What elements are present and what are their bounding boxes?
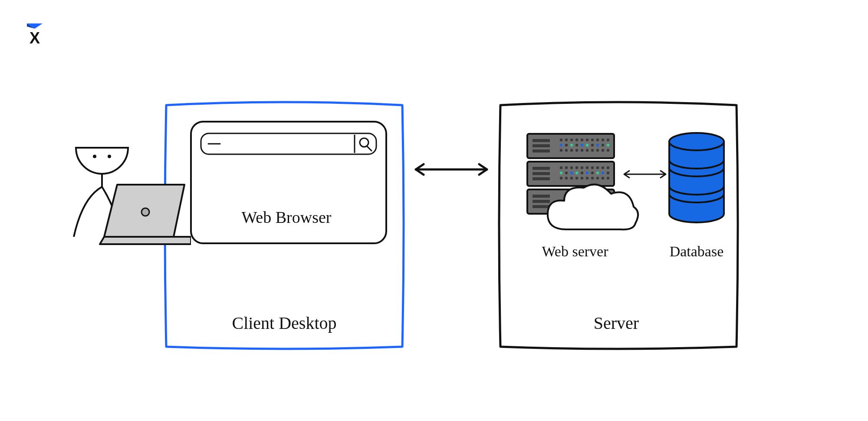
svg-point-7 <box>93 155 96 158</box>
svg-point-34 <box>607 144 609 146</box>
diagram-canvas: X Web Browser <box>0 0 868 421</box>
svg-point-23 <box>602 139 604 141</box>
svg-point-84 <box>669 133 724 150</box>
svg-point-44 <box>607 149 609 152</box>
svg-rect-46 <box>533 167 550 170</box>
svg-point-62 <box>575 172 578 174</box>
svg-point-43 <box>602 149 604 152</box>
client-server-arrow-icon <box>408 161 495 178</box>
svg-point-41 <box>591 149 594 152</box>
svg-point-71 <box>570 177 573 179</box>
svg-point-32 <box>596 144 599 146</box>
svg-point-29 <box>581 144 583 146</box>
svg-point-24 <box>607 139 609 141</box>
svg-rect-14 <box>533 149 550 152</box>
svg-point-39 <box>581 149 583 152</box>
svg-point-9 <box>141 208 149 216</box>
svg-point-68 <box>607 172 609 174</box>
svg-point-36 <box>565 149 568 152</box>
svg-point-60 <box>565 172 568 174</box>
svg-point-8 <box>108 155 111 158</box>
svg-rect-48 <box>533 177 550 180</box>
svg-point-35 <box>560 149 562 152</box>
svg-point-49 <box>560 166 562 169</box>
svg-rect-13 <box>533 144 550 147</box>
svg-point-67 <box>602 172 604 174</box>
client-box-label: Client Desktop <box>197 313 371 333</box>
svg-point-54 <box>586 166 589 169</box>
svg-point-20 <box>586 139 589 141</box>
svg-point-27 <box>570 144 573 146</box>
svg-point-37 <box>570 149 573 152</box>
svg-point-63 <box>581 172 583 174</box>
svg-text:X: X <box>30 29 40 47</box>
svg-point-52 <box>575 166 578 169</box>
svg-rect-2 <box>201 133 376 154</box>
svg-rect-12 <box>533 139 550 142</box>
svg-point-58 <box>607 166 609 169</box>
svg-point-38 <box>575 149 578 152</box>
user-laptop-icon <box>61 135 191 256</box>
svg-point-57 <box>602 166 604 169</box>
svg-point-51 <box>570 166 573 169</box>
webserver-label: Web server <box>527 243 623 260</box>
svg-point-21 <box>591 139 594 141</box>
database-icon <box>664 130 729 226</box>
browser-label: Web Browser <box>221 208 352 227</box>
svg-point-78 <box>607 177 609 179</box>
svg-point-73 <box>581 177 583 179</box>
svg-point-61 <box>570 172 573 174</box>
svg-point-65 <box>591 172 594 174</box>
svg-point-31 <box>591 144 594 146</box>
svg-rect-47 <box>533 172 550 175</box>
server-box-label: Server <box>529 313 703 333</box>
database-label: Database <box>649 243 744 260</box>
svg-point-26 <box>565 144 568 146</box>
svg-point-55 <box>591 166 594 169</box>
svg-point-66 <box>596 172 599 174</box>
svg-point-76 <box>596 177 599 179</box>
svg-point-19 <box>581 139 583 141</box>
svg-point-40 <box>586 149 589 152</box>
svg-point-75 <box>591 177 594 179</box>
svg-point-16 <box>565 139 568 141</box>
svg-point-17 <box>570 139 573 141</box>
svg-point-22 <box>596 139 599 141</box>
svg-point-25 <box>560 144 562 146</box>
logo-icon: X <box>22 22 48 48</box>
server-db-arrow-icon <box>619 168 671 181</box>
svg-point-74 <box>586 177 589 179</box>
svg-point-64 <box>586 172 589 174</box>
svg-point-42 <box>596 149 599 152</box>
svg-point-50 <box>565 166 568 169</box>
svg-point-56 <box>596 166 599 169</box>
svg-point-28 <box>575 144 578 146</box>
svg-point-33 <box>602 144 604 146</box>
svg-point-59 <box>560 172 562 174</box>
svg-point-70 <box>565 177 568 179</box>
svg-point-53 <box>581 166 583 169</box>
svg-point-72 <box>575 177 578 179</box>
svg-point-18 <box>575 139 578 141</box>
cloud-icon <box>542 182 642 238</box>
svg-point-15 <box>560 139 562 141</box>
svg-point-77 <box>602 177 604 179</box>
svg-point-69 <box>560 177 562 179</box>
svg-point-30 <box>586 144 589 146</box>
